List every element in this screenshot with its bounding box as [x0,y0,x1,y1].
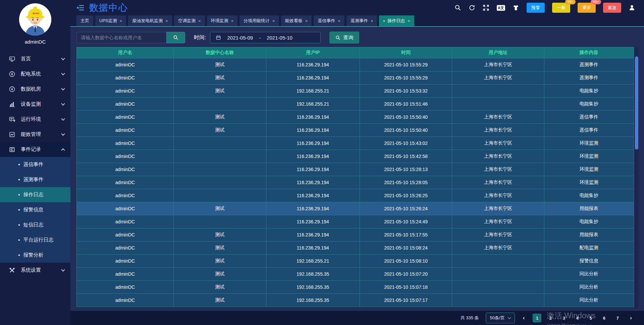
close-icon[interactable]: × [408,18,410,23]
table-row[interactable]: adminDC测试116.236.29.1942021-05-10 15:50:… [77,124,634,137]
alarm-button-urgent[interactable]: 紧急 [603,3,621,13]
page-number-1[interactable]: 1 [533,314,541,322]
tab-energy-item-stats[interactable]: 分项用能统计× [239,15,279,26]
sidebar-subitem-sms-log[interactable]: •短信日志 [0,217,70,232]
search-input[interactable] [76,32,166,43]
sidebar-item-label: 事件记录 [21,146,41,153]
page-number-2[interactable]: 2 [546,314,555,322]
table-row[interactable]: adminDC测试192.168.255.212021-05-10 15:08:… [77,255,634,268]
avatar[interactable]: Acrel [19,3,51,36]
table-cell: adminDC [77,255,174,268]
page-number-3[interactable]: 3 [559,314,568,322]
scrollbar-thumb[interactable] [635,56,638,150]
table-row[interactable]: adminDC测试116.236.29.1942021-05-10 15:50:… [77,111,634,124]
tab-ac-monitor[interactable]: 空调监测× [174,15,205,26]
search-submit-button[interactable] [166,32,185,43]
alarm-button-warning[interactable]: 预警 [527,3,545,13]
page-number-7[interactable]: 7 [613,314,622,322]
column-header-4: 用户地址 [452,47,544,58]
translate-icon[interactable]: A文 [497,5,505,11]
table-cell: 环境监测 [544,150,634,163]
sidebar-subitem-operation-log[interactable]: •操作日志 [0,187,70,202]
page-number-4[interactable]: 4 [573,314,582,322]
table-cell: 环境监测 [544,163,634,176]
sidebar-subitem-label: 操作日志 [23,192,44,198]
sidebar-item-event-record[interactable]: 事件记录 [0,142,70,157]
tab-diesel-generator-monitor[interactable]: 柴油发电机监测× [128,15,172,26]
prev-page-button[interactable]: ‹ [522,315,526,321]
tab-operation-log[interactable]: ●操作日志× [379,15,414,26]
table-row[interactable]: adminDC116.236.29.1942021-05-10 15:43:02… [77,137,634,150]
page-number-5[interactable]: 5 [586,314,595,322]
tab-home[interactable]: 主页 [76,15,93,26]
table-row[interactable]: adminDC116.236.29.1942021-05-10 15:26:25… [77,189,634,202]
table-row[interactable]: adminDC测试192.168.255.212021-05-10 15:53:… [77,85,634,98]
close-icon[interactable]: × [338,18,340,23]
vertical-scrollbar[interactable] [635,47,639,309]
table-row[interactable]: adminDC测试192.168.255.352021-05-10 15:07:… [77,268,634,281]
bullet-icon: • [18,222,20,228]
page-size-select[interactable]: 50条/页 [486,313,515,323]
table-cell: 116.236.29.194 [266,71,360,85]
chevron-down-icon [61,102,65,105]
table-row[interactable]: adminDC116.236.29.1942021-05-10 15:28:13… [77,163,634,176]
sidebar-subitem-platform-run-log[interactable]: •平台运行日志 [0,232,70,248]
sidebar-subitem-alarm-analysis[interactable]: •报警分析 [0,248,70,263]
sidebar-subitem-telesignal-events[interactable]: •遥信事件 [0,157,70,172]
sidebar-item-home[interactable]: 首页 [0,51,70,66]
close-icon[interactable]: × [272,18,275,23]
sidebar-subitem-alarm-info[interactable]: •报警信息 [0,202,70,217]
close-icon[interactable]: × [371,18,373,23]
sidebar-item-run-environment[interactable]: 运行环境 [0,112,70,127]
bullet-icon: • [18,192,20,198]
sidebar-item-energy-mgmt[interactable]: 能效管理 [0,127,70,142]
sidebar-subitem-telemetry-events[interactable]: •遥测事件 [0,172,70,187]
date-range-picker[interactable]: 2021-05-09 - 2021-05-10 [210,32,321,43]
tab-ups-monitor[interactable]: UPS监测× [95,15,126,26]
table-row[interactable]: adminDC116.236.29.1942021-05-10 15:28:05… [77,176,634,189]
total-count-label: 共 335 条 [461,315,479,321]
close-icon[interactable]: × [305,18,308,23]
sidebar-item-device-monitor[interactable]: 设备监测 [0,97,70,112]
theme-shirt-icon[interactable] [513,4,519,11]
tab-env-monitor[interactable]: 环境监测× [207,15,238,26]
close-icon[interactable]: × [198,18,201,23]
table-row[interactable]: adminDC192.168.255.212021-05-10 15:51:46… [77,98,634,111]
page-number-6[interactable]: 6 [600,314,608,322]
alarm-button-important[interactable]: 重要99+ [578,3,596,13]
table-row[interactable]: adminDC测试116.236.29.1942021-05-10 15:55:… [77,58,634,71]
close-icon[interactable]: × [231,18,234,23]
table-row[interactable]: adminDC116.236.29.1942021-05-10 15:24:49… [77,215,634,228]
sidebar-item-power-system[interactable]: 配电系统 [0,66,70,82]
refresh-icon[interactable] [469,4,475,11]
sidebar-item-system-settings[interactable]: 系统设置 [0,263,70,278]
fullscreen-icon[interactable] [483,4,489,11]
table-row[interactable]: adminDC测试192.168.255.352021-05-10 15:07:… [77,281,634,294]
table-cell: 2021-05-10 15:07:20 [360,268,452,281]
table-row[interactable]: adminDC测试116.236.29.1942021-05-10 15:26:… [77,202,634,215]
user-icon[interactable] [629,4,635,11]
table-row[interactable]: adminDC测试116.236.29.1942021-05-10 15:08:… [77,241,634,255]
close-icon[interactable]: × [165,18,168,23]
table-cell: adminDC [77,98,174,111]
search-icon[interactable] [454,4,461,11]
table-cell: 配电监测 [544,241,634,255]
tab-energy-board[interactable]: 能效看板× [281,15,312,26]
magnifier-icon [173,35,178,40]
collapse-sidebar-icon[interactable] [76,4,85,11]
table-row[interactable]: adminDC测试116.236.29.1942021-05-10 15:55:… [77,71,634,85]
alarm-button-general[interactable]: 一般99+ [552,3,570,13]
sidebar-subitem-label: 遥信事件 [23,161,44,168]
sidebar-item-data-room[interactable]: 数据机房 [0,82,70,97]
close-icon[interactable]: × [120,18,122,23]
table-row[interactable]: adminDC116.236.29.1942021-05-10 15:42:58… [77,150,634,163]
query-button[interactable]: 查询 [329,32,359,44]
table-cell: adminDC [77,85,174,98]
next-page-button[interactable]: › [629,315,633,321]
tab-telesignal-events[interactable]: 遥信事件× [314,15,344,26]
table-row[interactable]: adminDC测试192.168.255.352021-05-10 15:07:… [77,294,634,307]
tab-telemetry-events[interactable]: 遥测事件× [346,15,377,26]
table-row[interactable]: adminDC测试116.236.29.1942021-05-10 15:17:… [77,228,634,241]
table-cell: 测试 [174,111,266,124]
table-cell: adminDC [77,228,174,241]
